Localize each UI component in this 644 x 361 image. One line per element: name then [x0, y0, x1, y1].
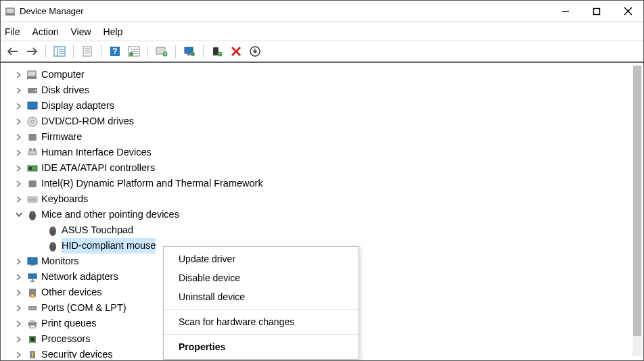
expand-icon[interactable] — [14, 350, 24, 359]
tree-node-label: Other devices — [41, 285, 101, 300]
tree-node[interactable]: DVD/CD-ROM drives — [14, 114, 643, 129]
disable-device-button[interactable] — [228, 43, 244, 59]
svg-rect-35 — [30, 109, 34, 110]
titlebar: Device Manager — [1, 1, 643, 22]
context-menu: Update driverDisable deviceUninstall dev… — [163, 246, 359, 360]
toolbar-separator — [147, 45, 148, 58]
tree-node-label: ASUS Touchpad — [62, 222, 133, 238]
help-button[interactable]: ? — [107, 43, 123, 59]
svg-point-33 — [34, 89, 37, 91]
expand-icon[interactable] — [14, 319, 24, 329]
action-button[interactable] — [126, 43, 142, 59]
tree-node[interactable]: Display adapters — [14, 98, 643, 114]
scan-hardware-button[interactable] — [181, 43, 198, 59]
svg-rect-45 — [28, 151, 37, 155]
svg-rect-85 — [32, 354, 33, 357]
toolbar-separator — [45, 45, 46, 58]
tree-node-label: Human Interface Devices — [41, 145, 152, 160]
chip-icon — [26, 178, 39, 190]
context-menu-item[interactable]: Uninstall device — [164, 287, 359, 306]
scrollbar-thumb[interactable] — [633, 66, 641, 336]
expand-icon[interactable] — [14, 257, 24, 266]
svg-rect-67 — [30, 264, 34, 266]
expand-icon[interactable] — [14, 288, 24, 297]
expand-icon[interactable] — [14, 148, 24, 158]
expand-icon[interactable] — [14, 335, 24, 344]
expand-icon[interactable] — [14, 117, 24, 126]
close-button[interactable] — [612, 1, 643, 22]
tree-node[interactable]: IDE ATA/ATAPI controllers — [14, 160, 643, 176]
tree-node[interactable]: Intel(R) Dynamic Platform and Thermal Fr… — [14, 176, 643, 191]
expand-icon[interactable] — [14, 101, 24, 111]
svg-rect-57 — [28, 197, 37, 202]
svg-rect-68 — [28, 274, 37, 279]
svg-rect-50 — [29, 180, 36, 187]
expand-icon[interactable] — [14, 179, 24, 189]
tree-node-label: IDE ATA/ATAPI controllers — [41, 160, 155, 176]
expand-icon[interactable] — [14, 272, 24, 282]
collapse-icon[interactable] — [14, 210, 24, 220]
uninstall-device-button[interactable] — [247, 43, 263, 59]
tree-node[interactable]: Keyboards — [14, 191, 643, 207]
menu-separator — [164, 309, 359, 310]
tree-node-label: Mice and other pointing devices — [41, 207, 179, 222]
menu-view[interactable]: View — [70, 26, 91, 37]
expand-icon[interactable] — [14, 70, 24, 80]
scrollbar[interactable] — [632, 66, 642, 356]
menu-file[interactable]: File — [5, 26, 20, 37]
expand-icon[interactable] — [14, 164, 24, 173]
tree-node-label: Display adapters — [41, 98, 114, 114]
properties-button[interactable] — [79, 43, 95, 59]
tree-node[interactable]: Human Interface Devices — [14, 145, 643, 160]
cpu-icon — [26, 333, 39, 345]
svg-rect-49 — [29, 167, 32, 170]
svg-rect-25 — [187, 53, 191, 55]
back-button[interactable] — [5, 43, 21, 59]
network-icon — [26, 271, 39, 283]
mouse-icon — [47, 240, 59, 252]
tree-node[interactable]: ASUS Touchpad — [34, 222, 643, 238]
forward-button[interactable] — [24, 43, 40, 59]
svg-rect-1 — [5, 14, 15, 16]
tree-node[interactable]: Computer — [14, 67, 643, 82]
svg-point-46 — [29, 148, 32, 151]
mouse-icon — [47, 224, 59, 237]
menu-action[interactable]: Action — [32, 26, 59, 37]
tree-node[interactable]: Firmware — [14, 129, 643, 145]
svg-rect-30 — [28, 71, 36, 76]
tree-node-label: DVD/CD-ROM drives — [41, 114, 134, 129]
expand-icon[interactable] — [14, 195, 24, 204]
enable-device-button[interactable] — [209, 43, 225, 59]
svg-point-75 — [30, 308, 31, 309]
context-menu-item[interactable]: Disable device — [164, 268, 359, 287]
tree-node-label: Keyboards — [41, 191, 88, 207]
security-icon — [26, 349, 39, 359]
tree-node[interactable]: Disk drives — [14, 82, 643, 98]
svg-rect-70 — [30, 281, 34, 282]
computer-icon — [26, 69, 39, 81]
context-menu-item[interactable]: Update driver — [164, 249, 359, 268]
context-menu-item[interactable]: Scan for hardware changes — [164, 312, 359, 331]
expand-icon[interactable] — [14, 133, 24, 142]
window-controls — [550, 1, 643, 22]
tree-node-label: Network adapters — [41, 269, 118, 285]
mouse-icon — [26, 209, 39, 221]
tree-node-label: Print queues — [41, 316, 96, 331]
hid-icon — [26, 147, 39, 159]
menu-separator — [164, 334, 359, 335]
minimize-button[interactable] — [550, 1, 581, 22]
context-menu-item[interactable]: Properties — [164, 337, 359, 356]
expand-icon[interactable] — [14, 304, 24, 313]
menu-help[interactable]: Help — [104, 26, 123, 37]
printer-icon — [26, 318, 39, 330]
update-driver-button[interactable] — [154, 43, 170, 59]
maximize-button[interactable] — [581, 1, 612, 22]
svg-rect-34 — [28, 102, 37, 109]
svg-point-77 — [34, 308, 35, 309]
tree-node[interactable]: Mice and other pointing devices — [14, 207, 643, 222]
svg-rect-82 — [30, 337, 34, 341]
show-hide-tree-button[interactable] — [51, 43, 68, 59]
expand-icon[interactable] — [14, 86, 24, 95]
tree-node-label: Processors — [41, 331, 91, 347]
menubar: File Action View Help — [1, 22, 643, 41]
